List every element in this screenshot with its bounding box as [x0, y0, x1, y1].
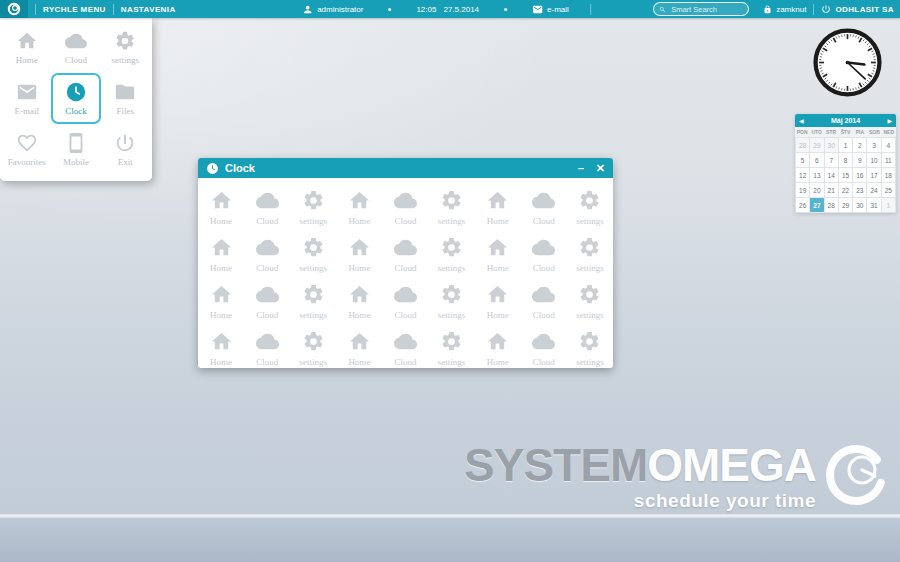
lock-button[interactable]: zamknut: [763, 5, 806, 14]
calendar-day[interactable]: 24: [867, 183, 880, 197]
calendar-day[interactable]: 16: [853, 168, 866, 182]
calendar-day[interactable]: 1: [839, 138, 852, 152]
window-item-home[interactable]: Home: [198, 184, 244, 231]
window-item-home[interactable]: Home: [336, 231, 382, 278]
calendar-day-header: PON: [795, 127, 809, 137]
menu-item-exit[interactable]: Exit: [101, 124, 150, 175]
calendar-day[interactable]: 4: [882, 138, 895, 152]
calendar-day[interactable]: 20: [810, 183, 823, 197]
calendar-day[interactable]: 1: [882, 198, 895, 212]
menu-item-clock[interactable]: Clock: [51, 73, 100, 124]
window-item-home[interactable]: Home: [475, 278, 521, 325]
window-item-cloud[interactable]: Cloud: [382, 231, 428, 278]
window-item-settings[interactable]: settings: [290, 325, 336, 372]
window-item-label: Cloud: [256, 263, 278, 273]
window-item-settings[interactable]: settings: [290, 184, 336, 231]
calendar-day[interactable]: 28: [825, 198, 838, 212]
window-item-home[interactable]: Home: [198, 278, 244, 325]
window-item-home[interactable]: Home: [475, 325, 521, 372]
window-item-settings[interactable]: settings: [429, 184, 475, 231]
window-item-cloud[interactable]: Cloud: [382, 278, 428, 325]
analog-clock-widget[interactable]: [812, 27, 883, 98]
menu-item-mobile[interactable]: Mobile: [51, 124, 100, 175]
calendar-day-header: PIA: [853, 127, 867, 137]
calendar-day[interactable]: 29: [839, 198, 852, 212]
window-item-home[interactable]: Home: [475, 184, 521, 231]
window-item-settings[interactable]: settings: [567, 231, 613, 278]
window-item-cloud[interactable]: Cloud: [244, 325, 290, 372]
logout-button[interactable]: ODHLASIT SA: [821, 4, 894, 14]
window-item-cloud[interactable]: Cloud: [244, 278, 290, 325]
app-logo[interactable]: [0, 0, 28, 18]
window-item-settings[interactable]: settings: [429, 278, 475, 325]
calendar-day[interactable]: 17: [867, 168, 880, 182]
calendar-day[interactable]: 15: [839, 168, 852, 182]
calendar-day[interactable]: 19: [796, 183, 809, 197]
calendar-next-button[interactable]: ▶: [887, 118, 892, 124]
menu-item-e-mail[interactable]: E-mail: [2, 73, 51, 124]
calendar-day[interactable]: 30: [853, 198, 866, 212]
calendar-day[interactable]: 11: [882, 153, 895, 167]
user-menu[interactable]: administrator: [302, 4, 363, 15]
calendar-day[interactable]: 22: [839, 183, 852, 197]
calendar-day[interactable]: 21: [825, 183, 838, 197]
calendar-day[interactable]: 8: [839, 153, 852, 167]
window-item-cloud[interactable]: Cloud: [521, 325, 567, 372]
calendar-day[interactable]: 10: [867, 153, 880, 167]
menu-item-settings[interactable]: settings: [101, 22, 150, 73]
calendar-day[interactable]: 23: [853, 183, 866, 197]
email-shortcut[interactable]: e-mail: [532, 4, 569, 15]
window-item-home[interactable]: Home: [336, 325, 382, 372]
search-input[interactable]: [669, 4, 743, 15]
folder-icon: [114, 81, 136, 103]
calendar-day[interactable]: 9: [853, 153, 866, 167]
menu-item-favourites[interactable]: Favourites: [2, 124, 51, 175]
calendar-day[interactable]: 28: [796, 138, 809, 152]
calendar-day[interactable]: 14: [825, 168, 838, 182]
window-item-cloud[interactable]: Cloud: [382, 325, 428, 372]
close-button[interactable]: ✕: [596, 163, 605, 174]
window-titlebar[interactable]: Clock – ✕: [198, 158, 613, 178]
window-item-settings[interactable]: settings: [429, 325, 475, 372]
topbar-center: administrator 12:05 27.5.2014 e-mail: [302, 0, 598, 18]
calendar-day[interactable]: 18: [882, 168, 895, 182]
calendar-day[interactable]: 30: [825, 138, 838, 152]
calendar-day-selected[interactable]: 27: [810, 198, 823, 212]
calendar-day[interactable]: 6: [810, 153, 823, 167]
window-item-cloud[interactable]: Cloud: [382, 184, 428, 231]
menu-nastavenia[interactable]: NASTAVENIA: [121, 5, 176, 14]
menu-item-files[interactable]: Files: [101, 73, 150, 124]
menu-rychle-menu[interactable]: RYCHLE MENU: [43, 5, 106, 14]
window-item-settings[interactable]: settings: [567, 278, 613, 325]
window-item-settings[interactable]: settings: [429, 231, 475, 278]
menu-item-label: E-mail: [14, 106, 39, 116]
window-item-settings[interactable]: settings: [290, 278, 336, 325]
calendar-day[interactable]: 3: [867, 138, 880, 152]
window-item-home[interactable]: Home: [336, 278, 382, 325]
calendar-day[interactable]: 5: [796, 153, 809, 167]
window-item-home[interactable]: Home: [475, 231, 521, 278]
window-item-home[interactable]: Home: [336, 184, 382, 231]
window-item-cloud[interactable]: Cloud: [521, 231, 567, 278]
calendar-day[interactable]: 26: [796, 198, 809, 212]
calendar-day[interactable]: 2: [853, 138, 866, 152]
calendar-day[interactable]: 13: [810, 168, 823, 182]
window-item-settings[interactable]: settings: [567, 325, 613, 372]
window-item-cloud[interactable]: Cloud: [521, 184, 567, 231]
calendar-day[interactable]: 29: [810, 138, 823, 152]
menu-item-home[interactable]: Home: [2, 22, 51, 73]
calendar-day[interactable]: 12: [796, 168, 809, 182]
window-item-settings[interactable]: settings: [567, 184, 613, 231]
window-item-settings[interactable]: settings: [290, 231, 336, 278]
calendar-day[interactable]: 31: [867, 198, 880, 212]
calendar-day[interactable]: 25: [882, 183, 895, 197]
menu-item-cloud[interactable]: Cloud: [51, 22, 100, 73]
window-item-home[interactable]: Home: [198, 231, 244, 278]
calendar-day[interactable]: 7: [825, 153, 838, 167]
window-item-home[interactable]: Home: [198, 325, 244, 372]
window-item-label: Cloud: [394, 263, 416, 273]
window-item-cloud[interactable]: Cloud: [521, 278, 567, 325]
minimize-button[interactable]: –: [578, 163, 584, 174]
window-item-cloud[interactable]: Cloud: [244, 184, 290, 231]
window-item-cloud[interactable]: Cloud: [244, 231, 290, 278]
